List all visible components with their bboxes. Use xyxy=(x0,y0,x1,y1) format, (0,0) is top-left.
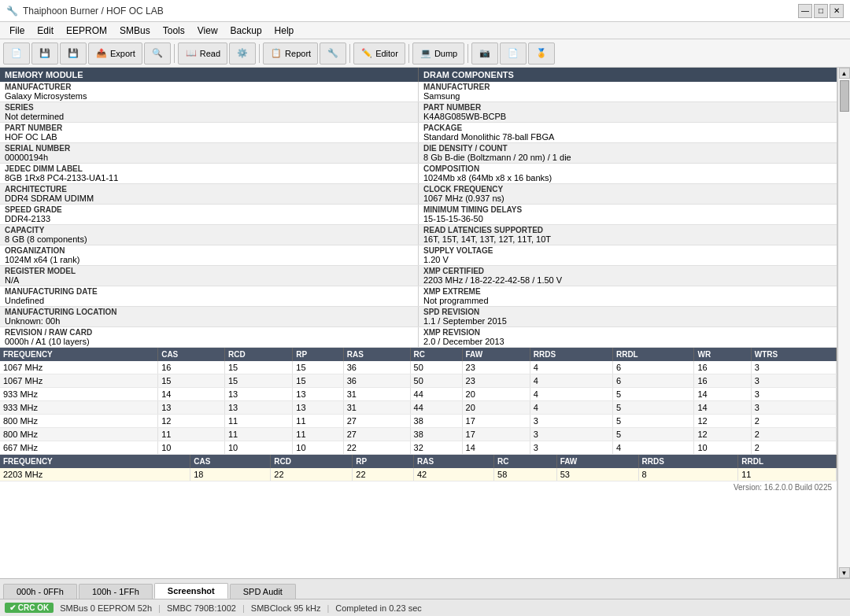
freq-cell-1-8: 6 xyxy=(612,374,694,388)
freq-cell-5-1: 11 xyxy=(158,428,225,441)
export-button[interactable]: 📤 Export xyxy=(88,42,142,65)
search-button[interactable]: 🔍 xyxy=(144,42,171,65)
dc-composition: COMPOSITION 1024Mb x8 (64Mb x8 x 16 bank… xyxy=(419,164,837,183)
menu-edit[interactable]: Edit xyxy=(31,24,60,38)
save-button[interactable]: 💾 xyxy=(31,42,58,65)
menu-file[interactable]: File xyxy=(3,24,31,38)
title-bar-left: 🔧 Thaiphoon Burner / HOF OC LAB xyxy=(6,6,164,17)
scrollbar[interactable]: ▲ ▼ xyxy=(837,68,850,578)
scroll-up[interactable]: ▲ xyxy=(839,68,850,79)
col-rcd: RCD xyxy=(224,348,292,361)
scroll-thumb[interactable] xyxy=(840,80,849,112)
freq-cell-4-6: 17 xyxy=(462,415,530,428)
freq-cell-2-6: 20 xyxy=(462,388,530,401)
mm-organization: ORGANIZATION 1024M x64 (1 rank) xyxy=(0,245,418,265)
menu-eeprom[interactable]: EEPROM xyxy=(60,24,113,38)
tab-000h[interactable]: 000h - 0FFh xyxy=(3,584,77,599)
tab-100h[interactable]: 100h - 1FFh xyxy=(79,584,153,599)
content-area: MEMORY MODULE DRAM COMPONENTS MANUFACTUR… xyxy=(0,68,837,578)
freq-table-header: FREQUENCY CAS RCD RP RAS RC FAW RRDS RRD… xyxy=(0,348,837,361)
xmp-cell-0-8: 11 xyxy=(738,468,837,481)
settings-icon: ⚙️ xyxy=(236,47,249,60)
minimize-button[interactable]: — xyxy=(798,4,812,18)
dump-button[interactable]: 💻 Dump xyxy=(412,42,464,65)
new-button[interactable]: 📄 xyxy=(3,42,30,65)
freq-cell-0-2: 15 xyxy=(224,361,292,374)
frequency-table: FREQUENCY CAS RCD RP RAS RC FAW RRDS RRD… xyxy=(0,348,837,455)
info-row-series: SERIES Not determined PART NUMBER K4A8G0… xyxy=(0,102,837,123)
close-button[interactable]: ✕ xyxy=(830,4,844,18)
freq-cell-4-10: 2 xyxy=(751,415,836,428)
freq-cell-5-6: 17 xyxy=(462,428,530,441)
col-rrds: RRDS xyxy=(530,348,612,361)
read-button[interactable]: 📖 Read xyxy=(178,42,227,65)
freq-cell-4-2: 11 xyxy=(224,415,292,428)
freq-cell-0-1: 16 xyxy=(158,361,225,374)
restore-button[interactable]: □ xyxy=(814,4,828,18)
dc-manufacturer: MANUFACTURER Samsung xyxy=(419,82,837,101)
freq-cell-4-7: 3 xyxy=(530,415,612,428)
mm-manufacturer: MANUFACTURER Galaxy Microsystems xyxy=(0,82,418,101)
dc-xmp-extreme: XMP EXTREME Not programmed xyxy=(419,286,837,306)
menu-help[interactable]: Help xyxy=(268,24,301,38)
freq-cell-0-3: 15 xyxy=(293,361,343,374)
save-icon: 💾 xyxy=(39,47,51,60)
new-icon: 📄 xyxy=(10,47,23,60)
freq-cell-2-8: 5 xyxy=(612,388,694,401)
scroll-down[interactable]: ▼ xyxy=(839,567,850,578)
freq-cell-0-6: 23 xyxy=(462,361,530,374)
menu-view[interactable]: View xyxy=(191,24,224,38)
save2-button[interactable]: 💾 xyxy=(60,42,87,65)
version-line: Version: 16.2.0.0 Build 0225 xyxy=(0,481,837,493)
freq-cell-3-10: 3 xyxy=(751,401,836,415)
menu-backup[interactable]: Backup xyxy=(224,24,268,38)
tab-screenshot[interactable]: Screenshot xyxy=(154,583,228,599)
hof-button[interactable]: 🏅 xyxy=(528,42,555,65)
info-row-register: REGISTER MODEL N/A XMP CERTIFIED 2203 MH… xyxy=(0,266,837,286)
freq-cell-1-5: 50 xyxy=(410,374,462,388)
file-button[interactable]: 📄 xyxy=(500,42,527,65)
dc-xmp-certified: XMP CERTIFIED 2203 MHz / 18-22-22-42-58 … xyxy=(419,266,837,286)
info-row-speed: SPEED GRADE DDR4-2133 MINIMUM TIMING DEL… xyxy=(0,205,837,225)
tool-button[interactable]: 🔧 xyxy=(320,42,346,65)
freq-cell-1-4: 36 xyxy=(343,374,410,388)
freq-cell-5-0: 800 MHz xyxy=(0,428,158,441)
toolbar-separator-5 xyxy=(468,44,468,63)
settings-button[interactable]: ⚙️ xyxy=(229,42,256,65)
xmp-col-rc: RC xyxy=(494,455,557,468)
freq-cell-5-4: 27 xyxy=(343,428,410,441)
freq-cell-3-1: 13 xyxy=(158,401,225,415)
freq-cell-6-9: 10 xyxy=(694,441,751,455)
read-icon: 📖 xyxy=(185,47,198,60)
tab-spd-audit[interactable]: SPD Audit xyxy=(230,584,296,599)
menu-tools[interactable]: Tools xyxy=(157,24,191,38)
dc-xmp-revision: XMP REVISION 2.0 / December 2013 xyxy=(419,327,837,347)
camera-button[interactable]: 📷 xyxy=(471,42,498,65)
freq-cell-6-4: 22 xyxy=(343,441,410,455)
info-row-mfg-date: MANUFACTURING DATE Undefined XMP EXTREME… xyxy=(0,286,837,307)
freq-cell-0-5: 50 xyxy=(410,361,462,374)
dc-package: PACKAGE Standard Monolithic 78-ball FBGA xyxy=(419,123,837,142)
toolbar-separator-2 xyxy=(259,44,260,63)
freq-cell-2-7: 4 xyxy=(530,388,612,401)
freq-cell-2-10: 3 xyxy=(751,388,836,401)
report-button[interactable]: 📋 Report xyxy=(263,42,318,65)
mm-register: REGISTER MODEL N/A xyxy=(0,266,418,286)
freq-cell-2-0: 933 MHz xyxy=(0,388,158,401)
freq-cell-0-9: 16 xyxy=(694,361,751,374)
report-icon: 📋 xyxy=(270,47,283,60)
menu-smbus[interactable]: SMBus xyxy=(113,24,157,38)
freq-cell-4-3: 11 xyxy=(293,415,343,428)
freq-table-row: 933 MHz13131331442045143 xyxy=(0,401,837,415)
scroll-track[interactable] xyxy=(839,79,850,567)
freq-cell-3-6: 20 xyxy=(462,401,530,415)
toolbar-separator-3 xyxy=(349,44,350,63)
col-wtrs: WTRS xyxy=(751,348,836,361)
file-icon: 📄 xyxy=(507,47,519,60)
editor-button[interactable]: ✏️ Editor xyxy=(353,42,405,65)
col-rrdl: RRDL xyxy=(612,348,694,361)
freq-cell-0-10: 3 xyxy=(751,361,836,374)
xmp-table: FREQUENCY CAS RCD RP RAS RC FAW RRDS RRD… xyxy=(0,455,837,481)
col-faw: FAW xyxy=(462,348,530,361)
freq-cell-6-10: 2 xyxy=(751,441,836,455)
